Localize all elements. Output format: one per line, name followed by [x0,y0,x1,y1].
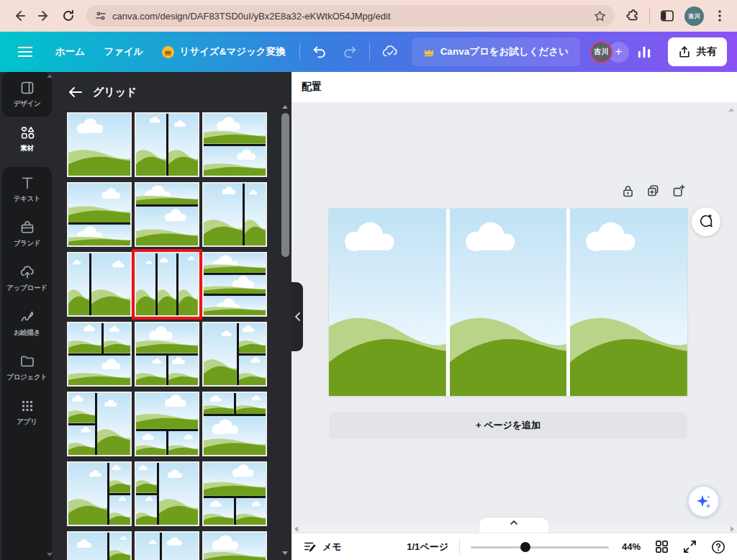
main-menu-button[interactable] [10,40,40,63]
panel-scroll-down-arrow[interactable] [282,551,288,555]
page-photo-frame[interactable] [450,209,567,396]
browser-profile-avatar[interactable]: 吉川 [684,6,704,26]
cloud-save-status-button[interactable] [374,37,406,67]
scroll-left-arrow[interactable] [294,526,298,532]
insights-button[interactable] [629,38,659,66]
zoom-slider-thumb[interactable] [520,542,530,552]
browser-menu-button[interactable] [711,6,728,26]
home-menu-item[interactable]: ホーム [46,39,94,65]
timeline-collapse-tab[interactable] [479,518,548,533]
sidebar-item-text[interactable]: テキスト [2,167,52,212]
grid-cell [136,207,198,245]
page-photo-frame[interactable] [329,209,446,396]
sidebar-item-draw[interactable]: お絵描き [2,301,52,346]
grid-view-button[interactable] [655,540,669,554]
resize-magic-menu-item[interactable]: リサイズ&マジック変換 [153,39,294,65]
page-indicator[interactable]: 1/1ページ [407,541,448,554]
grid-template-tile[interactable] [202,112,267,177]
grid-cell [204,114,266,144]
zoom-percent[interactable]: 44% [622,541,641,552]
arrange-button[interactable]: 配置 [302,81,322,94]
user-avatar[interactable]: 吉川 [590,41,612,63]
site-info-icon[interactable] [95,10,107,22]
grid-cell [68,425,95,456]
grid-template-tile[interactable] [202,531,267,560]
browser-reload-button[interactable] [56,4,81,28]
file-menu-item[interactable]: ファイル [94,39,153,65]
landscape-photo [136,393,198,429]
landscape-photo [204,296,266,315]
grid-cell [204,253,266,273]
duplicate-page-button[interactable] [646,184,660,198]
landscape-photo [68,356,130,386]
side-panel-button[interactable] [657,6,677,26]
browser-forward-button[interactable] [32,4,56,28]
grid-template-tile[interactable] [135,182,199,247]
add-page-icon [672,184,685,198]
canvas-scroll-up-arrow[interactable] [728,108,734,112]
design-page[interactable] [329,209,687,396]
grid-template-tile-selected[interactable] [135,252,199,317]
browser-address-bar[interactable]: canva.com/design/DAF83TSD0uI/yBx2E8a32-e… [86,5,615,27]
grid-template-tile[interactable] [67,322,132,387]
sidebar-scroll-up-arrow[interactable] [47,74,53,78]
grid-template-tile[interactable] [135,461,199,526]
grid-template-tile[interactable] [202,182,267,247]
page-controls [621,184,685,198]
grid-template-tile[interactable] [135,322,199,387]
hills-graphic [109,533,130,560]
page-photo-frame[interactable] [570,209,687,396]
hills-graphic [136,207,198,245]
grid-template-tile[interactable] [67,252,132,317]
bookmark-star-icon[interactable] [594,10,606,22]
landscape-photo [136,431,166,455]
sidebar-item-upload[interactable]: アップロード [2,256,52,301]
horizontal-scrollbar[interactable] [291,524,737,533]
help-button[interactable] [711,540,725,554]
grid-template-tile[interactable] [202,322,267,387]
panel-scroll-up-arrow[interactable] [282,105,288,109]
zoom-slider[interactable] [471,542,609,552]
add-page-icon-button[interactable] [672,184,685,198]
grid-template-tile[interactable] [67,392,132,456]
add-comment-button[interactable] [692,207,720,236]
fullscreen-button[interactable] [683,540,697,554]
grid-template-tile[interactable] [202,252,267,317]
sidebar-item-projects[interactable]: プロジェクト [2,346,52,390]
grid-cell [236,498,266,525]
panel-collapse-handle[interactable] [291,282,303,351]
grid-template-tile[interactable] [67,461,132,526]
undo-button[interactable] [304,37,335,66]
canva-assistant-button[interactable] [687,485,720,518]
grid-template-tile[interactable] [67,531,132,560]
grid-template-tile[interactable] [67,112,132,177]
sidebar-item-elements[interactable]: 素材 [0,117,54,161]
redo-button[interactable] [335,37,365,66]
add-page-button[interactable]: + ページを追加 [329,412,687,439]
landscape-photo [162,533,198,560]
try-canva-pro-button[interactable]: Canvaプロをお試しください [412,37,580,66]
hills-graphic [168,356,199,386]
grid-template-tile[interactable] [202,392,267,456]
grid-template-tile[interactable] [135,392,199,456]
grid-template-tile[interactable] [67,182,132,247]
grid-template-tile[interactable] [202,461,267,526]
grid-template-tile[interactable] [135,531,199,560]
browser-back-button[interactable] [7,4,32,28]
sidebar-item-brand[interactable]: ブランド [2,212,52,256]
back-arrow-icon[interactable] [68,86,82,98]
hills-graphic [204,498,234,525]
sidebar-scroll-down-arrow[interactable] [47,553,53,556]
landscape-photo [91,253,130,315]
sidebar-item-design[interactable]: デザイン [2,72,52,117]
scroll-right-arrow[interactable] [731,526,734,532]
notes-button[interactable]: メモ [303,541,342,554]
grid-template-tile[interactable] [135,112,199,177]
extensions-button[interactable] [622,6,642,26]
sidebar-item-apps[interactable]: アプリ [2,390,52,435]
plus-icon: + [615,45,623,59]
lock-page-button[interactable] [621,184,635,198]
panel-scrollbar[interactable] [281,113,289,257]
share-button[interactable]: 共有 [668,37,727,66]
landscape-photo [68,253,89,315]
